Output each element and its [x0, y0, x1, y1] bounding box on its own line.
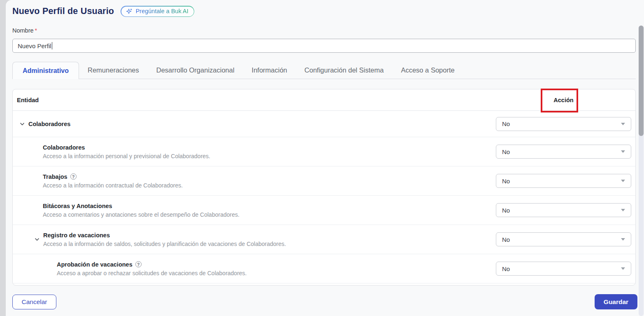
- table-row: Colaboradores Acceso a la información pe…: [13, 137, 635, 166]
- tab-administrativo[interactable]: Administrativo: [12, 62, 79, 79]
- row-title[interactable]: Registro de vacaciones: [43, 232, 286, 239]
- chevron-down-icon[interactable]: [34, 236, 40, 242]
- table-row: Colaboradores No: [13, 111, 635, 137]
- action-select[interactable]: No: [496, 262, 631, 276]
- table-row: Trabajos ? Acceso a la información contr…: [13, 166, 635, 196]
- tab-configuracion-del-sistema[interactable]: Configuración del Sistema: [296, 62, 393, 79]
- tab-remuneraciones[interactable]: Remuneraciones: [79, 62, 148, 79]
- row-description: Acceso a la información contractual de C…: [43, 182, 183, 189]
- caret-down-icon: [621, 123, 625, 125]
- action-select-value: No: [502, 207, 510, 214]
- action-select-value: No: [502, 148, 510, 155]
- scrollbar-thumb[interactable]: [639, 26, 644, 136]
- caret-down-icon: [621, 267, 625, 270]
- caret-down-icon: [621, 180, 625, 182]
- action-select[interactable]: No: [496, 174, 631, 188]
- caret-down-icon: [621, 150, 625, 153]
- help-icon[interactable]: ?: [135, 261, 142, 267]
- cancel-button[interactable]: Cancelar: [12, 295, 56, 309]
- name-label: Nombre*: [12, 27, 37, 34]
- tab-acceso-a-soporte[interactable]: Acceso a Soporte: [392, 62, 463, 79]
- action-column-header: Acción: [496, 97, 631, 103]
- help-icon[interactable]: ?: [70, 173, 77, 180]
- page-title: Nuevo Perfil de Usuario: [12, 6, 114, 16]
- action-select-value: No: [502, 265, 510, 272]
- name-input[interactable]: Nuevo Perfil: [12, 39, 636, 53]
- table-header: Entidad Acción: [13, 89, 635, 111]
- ask-buk-ai-button[interactable]: Pregúntale a Buk AI: [121, 6, 194, 17]
- tab-desarrollo-organizacional[interactable]: Desarrollo Organizacional: [148, 62, 243, 79]
- row-title: Bitácoras y Anotaciones: [43, 203, 239, 209]
- row-description: Acceso a aprobar o rechazar solicitudes …: [57, 270, 247, 276]
- entity-column-header: Entidad: [13, 97, 39, 103]
- action-select-value: No: [502, 178, 510, 185]
- caret-down-icon: [621, 238, 625, 241]
- save-button[interactable]: Guardar: [595, 294, 637, 309]
- row-title: Aprobación de vacaciones: [57, 261, 133, 268]
- tab-informacion[interactable]: Información: [243, 62, 296, 79]
- text-cursor: [52, 42, 53, 49]
- sparkle-icon: [126, 8, 133, 15]
- caret-down-icon: [621, 209, 625, 211]
- action-select-value: No: [502, 236, 510, 243]
- name-input-value: Nuevo Perfil: [18, 42, 51, 49]
- table-row: Registro de vacaciones Acceso a la infor…: [13, 225, 635, 254]
- ask-buk-ai-label: Pregúntale a Buk AI: [136, 8, 188, 14]
- table-row: Bitácoras y Anotaciones Acceso a comenta…: [13, 196, 635, 225]
- row-title[interactable]: Colaboradores: [28, 121, 70, 127]
- action-select[interactable]: No: [496, 117, 631, 131]
- row-description: Acceso a la información personal y previ…: [43, 153, 210, 159]
- action-select[interactable]: No: [496, 145, 631, 159]
- row-description: Acceso a la información de saldos, solic…: [43, 241, 286, 247]
- required-asterisk: *: [35, 27, 37, 34]
- row-title: Trabajos: [43, 173, 67, 180]
- action-select-value: No: [502, 120, 510, 127]
- row-title: Colaboradores: [43, 144, 210, 151]
- action-select[interactable]: No: [496, 232, 631, 246]
- row-description: Acceso a comentarios y anotaciones sobre…: [43, 211, 239, 218]
- table-row: Aprobación de vacaciones ? Acceso a apro…: [13, 254, 635, 283]
- page-header: Nuevo Perfil de Usuario Pregúntale a Buk…: [12, 6, 194, 17]
- permissions-table: Entidad Acción Colaboradores No Colabora…: [12, 89, 636, 286]
- main-panel: Nuevo Perfil de Usuario Pregúntale a Buk…: [6, 0, 644, 316]
- chevron-down-icon[interactable]: [19, 121, 25, 127]
- action-select[interactable]: No: [496, 203, 631, 217]
- tab-bar: Administrativo Remuneraciones Desarrollo…: [12, 62, 636, 79]
